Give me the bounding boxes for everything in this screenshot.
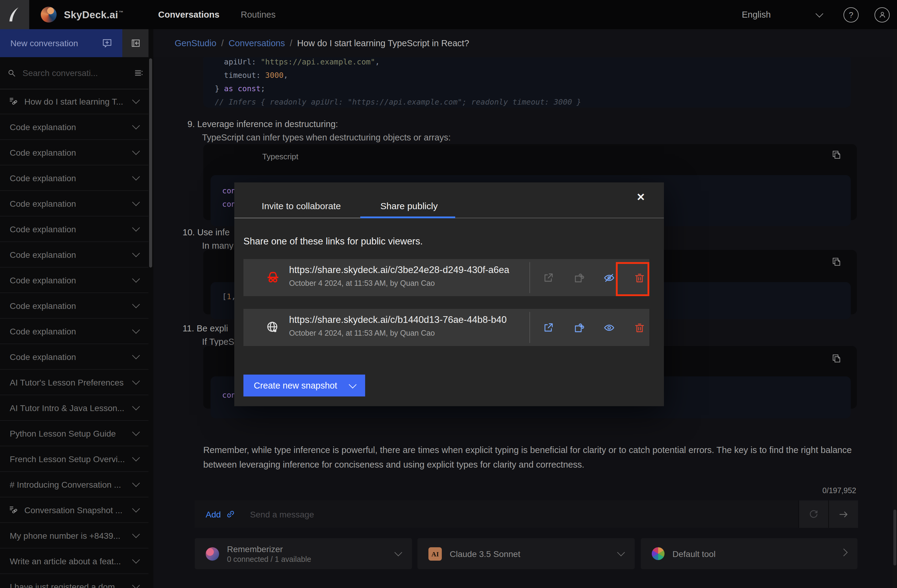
message-input[interactable]: [249, 509, 617, 519]
new-conversation-label: New conversation: [10, 38, 78, 48]
chevron-down-icon[interactable]: [132, 122, 140, 129]
conversation-title: Write an article about a feat...: [10, 556, 121, 566]
breadcrumb-genstudio[interactable]: GenStudio: [175, 38, 216, 48]
conversation-list-item[interactable]: Code explanation: [0, 191, 148, 217]
create-snapshot-label: Create new snapshot: [254, 381, 337, 390]
open-link-icon[interactable]: [542, 272, 554, 284]
create-new-snapshot-button[interactable]: Create new snapshot: [243, 374, 365, 397]
conversation-list-item[interactable]: Code explanation: [0, 319, 148, 344]
new-conversation-button[interactable]: New conversation: [0, 29, 122, 57]
conversation-list-item[interactable]: Code explanation: [0, 140, 148, 165]
chevron-down-icon[interactable]: [132, 530, 140, 538]
send-button[interactable]: [828, 501, 858, 528]
conversation-list-item[interactable]: Code explanation: [0, 242, 148, 267]
attach-link-icon[interactable]: [225, 509, 236, 519]
chevron-down-icon[interactable]: [132, 403, 140, 410]
tab-routines[interactable]: Routines: [241, 10, 276, 20]
visibility-off-icon[interactable]: [603, 272, 615, 284]
conversation-list-item[interactable]: Code explanation: [0, 217, 148, 242]
close-icon[interactable]: ✕: [634, 190, 648, 204]
chevron-down-icon: [394, 548, 402, 556]
copy-link-icon[interactable]: [572, 272, 585, 284]
chevron-down-icon[interactable]: [132, 96, 140, 104]
conversation-title: Code explanation: [10, 199, 76, 208]
tab-share-publicly[interactable]: Share publicly: [380, 201, 438, 211]
conversation-list-item[interactable]: French Lesson Setup Overvi...: [0, 446, 148, 472]
conversation-list-item[interactable]: Conversation Snapshot ...: [0, 497, 148, 523]
conversation-list-item[interactable]: AI Tutor's Lesson Preferences: [0, 370, 148, 395]
model-selector-card[interactable]: AI Claude 3.5 Sonnet: [418, 538, 635, 569]
list-item-11-desc: If TypeS: [202, 337, 234, 347]
conversation-list-item[interactable]: Code explanation: [0, 165, 148, 191]
chevron-down-icon[interactable]: [132, 147, 140, 155]
chevron-down-icon[interactable]: [132, 454, 140, 461]
chevron-down-icon[interactable]: [132, 249, 140, 257]
sail-icon: [6, 6, 24, 24]
active-tab-indicator: [360, 217, 455, 218]
breadcrumb: GenStudio / Conversations / How do I sta…: [175, 38, 469, 48]
scrollbar-thumb[interactable]: [893, 510, 896, 565]
plugin-selector-card[interactable]: Rememberizer 0 connected / 1 available: [195, 538, 412, 569]
breadcrumb-separator: /: [290, 38, 292, 48]
conversation-list-item[interactable]: Code explanation: [0, 344, 148, 370]
collapse-sidebar-button[interactable]: [122, 29, 148, 57]
conversation-list-item[interactable]: # Introducing Conversation ...: [0, 472, 148, 497]
conversation-list-item[interactable]: AI Tutor Intro & Java Lesson...: [0, 395, 148, 421]
window-scrollbar[interactable]: [893, 29, 897, 588]
conversation-list-item[interactable]: Write an article about a feat...: [0, 548, 148, 574]
chevron-down-icon: [617, 548, 625, 556]
chevron-down-icon[interactable]: [132, 275, 140, 283]
tool-selector-card[interactable]: Default tool: [641, 538, 857, 569]
filter-list-icon[interactable]: [134, 68, 144, 78]
conversation-list-item[interactable]: Code explanation: [0, 114, 148, 140]
tab-conversations[interactable]: Conversations: [158, 10, 219, 20]
workspace-logo[interactable]: [0, 0, 29, 29]
help-button[interactable]: ?: [843, 7, 859, 22]
chevron-down-icon[interactable]: [132, 479, 140, 487]
chevron-down-icon[interactable]: [132, 326, 140, 333]
conversation-title: French Lesson Setup Overvi...: [10, 454, 125, 464]
conversation-title: Code explanation: [10, 250, 76, 259]
chevron-down-icon[interactable]: [132, 556, 140, 564]
conversation-list-item[interactable]: Code explanation: [0, 293, 148, 319]
delete-icon[interactable]: [634, 322, 646, 334]
tab-invite-to-collaborate[interactable]: Invite to collaborate: [262, 201, 341, 211]
sidebar-scrollbar[interactable]: [149, 58, 152, 267]
conversation-list-item[interactable]: Python Lesson Setup Guide: [0, 421, 148, 446]
plugin-title: Rememberizer: [227, 544, 311, 554]
share-url[interactable]: https://share.skydeck.ai/c/b1440d13-76ae…: [289, 315, 527, 325]
list-item-11-title: 11. Be expli: [182, 324, 228, 333]
code-line: // Infers { readonly apiUrl: "https://ap…: [203, 95, 851, 108]
conversation-list-item[interactable]: How do I start learning T...: [0, 89, 148, 114]
chevron-down-icon[interactable]: [132, 198, 140, 206]
chevron-down-icon[interactable]: [132, 173, 140, 180]
breadcrumb-conversations[interactable]: Conversations: [228, 38, 285, 48]
conversation-list-item[interactable]: My phone number is +8439...: [0, 523, 148, 548]
chevron-down-icon[interactable]: [132, 581, 140, 588]
copy-code-icon[interactable]: [831, 150, 842, 160]
language-selector[interactable]: English: [742, 10, 822, 20]
add-attachment-button[interactable]: Add: [206, 509, 221, 519]
search-input[interactable]: [21, 67, 115, 78]
copy-code-icon[interactable]: [831, 257, 842, 267]
regenerate-button[interactable]: [798, 501, 828, 528]
chevron-down-icon[interactable]: [132, 224, 140, 231]
chevron-down-icon[interactable]: [132, 505, 140, 512]
chevron-down-icon[interactable]: [132, 300, 140, 308]
chevron-down-icon[interactable]: [132, 351, 140, 359]
share-link-row: https://share.skydeck.ai/c/3be24e28-d249…: [243, 259, 649, 296]
globe-icon: [265, 320, 280, 334]
model-title: Claude 3.5 Sonnet: [450, 549, 520, 559]
visibility-on-icon[interactable]: [603, 322, 615, 334]
chevron-down-icon[interactable]: [132, 377, 140, 385]
open-link-icon[interactable]: [542, 322, 554, 334]
copy-link-icon[interactable]: [572, 322, 585, 334]
chevron-down-icon[interactable]: [132, 428, 140, 436]
account-button[interactable]: [874, 7, 890, 22]
question-icon: ?: [849, 10, 853, 19]
share-url[interactable]: https://share.skydeck.ai/c/3be24e28-d249…: [289, 264, 527, 275]
copy-code-icon[interactable]: [831, 353, 842, 363]
code-language-label: Typescript: [262, 152, 298, 161]
conversation-list-item[interactable]: I have just registered a dom...: [0, 574, 148, 588]
conversation-list-item[interactable]: Code explanation: [0, 267, 148, 293]
